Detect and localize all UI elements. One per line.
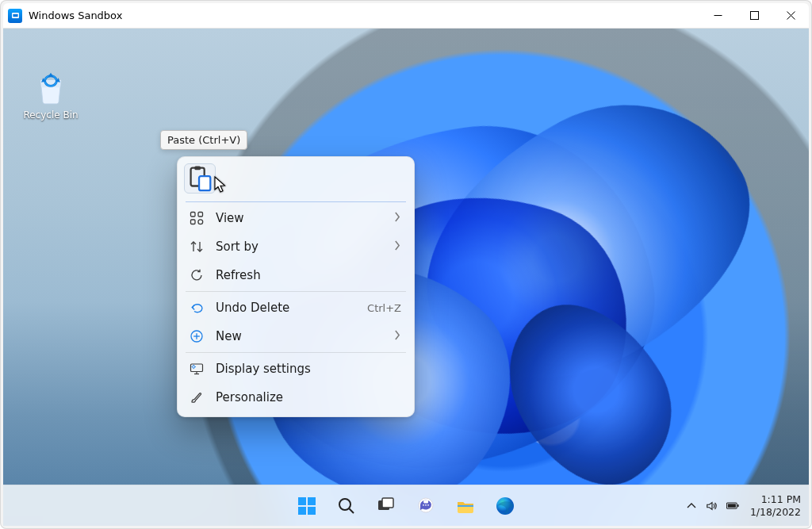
paste-button[interactable] <box>184 163 216 194</box>
mouse-cursor-icon <box>214 176 228 195</box>
chat-icon <box>416 496 436 516</box>
svg-rect-32 <box>298 507 306 515</box>
context-separator <box>186 201 406 202</box>
search-icon <box>336 496 357 516</box>
svg-line-35 <box>350 508 354 513</box>
monitor-gear-icon <box>189 361 205 377</box>
app-window: Windows Sandbox <box>0 0 812 529</box>
menu-personalize[interactable]: Personalize <box>182 383 409 412</box>
menu-sort-by-label: Sort by <box>216 240 382 254</box>
edge-icon <box>495 496 515 516</box>
clipboard-icon <box>185 163 215 194</box>
menu-display-settings[interactable]: Display settings <box>182 355 409 383</box>
menu-undo-delete-label: Undo Delete <box>216 301 356 315</box>
menu-undo-delete-shortcut: Ctrl+Z <box>367 302 401 314</box>
grid-icon <box>189 210 205 226</box>
edge-button[interactable] <box>488 489 522 523</box>
chevron-right-icon <box>393 211 401 225</box>
tray-icons[interactable] <box>685 500 739 512</box>
taskbar[interactable]: 1:11 PM 1/18/2022 <box>3 485 809 526</box>
search-button[interactable] <box>330 489 363 523</box>
svg-rect-39 <box>423 500 428 503</box>
paste-tooltip: Paste (Ctrl+V) <box>160 130 247 150</box>
svg-rect-43 <box>458 505 473 507</box>
recycle-bin-label: Recycle Bin <box>23 109 78 121</box>
svg-rect-11 <box>199 176 210 190</box>
undo-icon <box>189 300 205 316</box>
desktop[interactable]: Recycle Bin Paste (Ctrl+V) <box>3 29 809 526</box>
clock-time: 1:11 PM <box>750 493 801 506</box>
taskbar-center-icons <box>290 489 522 523</box>
svg-rect-46 <box>737 504 739 507</box>
windows-logo-icon <box>297 496 317 516</box>
system-tray: 1:11 PM 1/18/2022 <box>685 493 801 518</box>
chevron-right-icon <box>393 240 401 254</box>
svg-rect-33 <box>308 507 316 515</box>
svg-point-42 <box>427 504 429 505</box>
start-button[interactable] <box>290 489 324 523</box>
minimize-button[interactable] <box>699 3 736 28</box>
chevron-right-icon <box>393 329 401 343</box>
task-view-button[interactable] <box>370 489 403 523</box>
plus-circle-icon <box>189 328 205 344</box>
menu-new-label: New <box>216 329 382 343</box>
menu-view-label: View <box>216 211 382 225</box>
menu-new[interactable]: New <box>182 322 409 351</box>
taskbar-clock[interactable]: 1:11 PM 1/18/2022 <box>750 493 801 518</box>
svg-point-34 <box>339 499 350 510</box>
menu-display-settings-label: Display settings <box>216 362 401 376</box>
svg-rect-3 <box>750 12 758 20</box>
task-view-icon <box>376 496 396 516</box>
svg-rect-47 <box>728 504 736 507</box>
menu-view[interactable]: View <box>182 204 409 232</box>
recycle-bin-icon[interactable]: Recycle Bin <box>22 71 79 121</box>
close-button[interactable] <box>772 3 809 28</box>
tooltip-text: Paste (Ctrl+V) <box>167 134 240 146</box>
svg-rect-31 <box>308 497 316 505</box>
svg-rect-13 <box>198 213 203 217</box>
svg-point-15 <box>198 220 203 224</box>
sandbox-app-icon <box>8 9 22 23</box>
menu-undo-delete[interactable]: Undo Delete Ctrl+Z <box>182 293 409 322</box>
clock-date: 1/18/2022 <box>750 506 801 519</box>
svg-point-24 <box>193 366 195 368</box>
volume-icon[interactable] <box>706 500 718 512</box>
svg-rect-37 <box>382 498 393 508</box>
titlebar[interactable]: Windows Sandbox <box>3 3 809 29</box>
maximize-button[interactable] <box>736 3 772 28</box>
svg-rect-1 <box>13 14 17 17</box>
svg-marker-29 <box>215 177 225 192</box>
battery-icon[interactable] <box>726 500 739 512</box>
file-explorer-button[interactable] <box>449 489 482 523</box>
context-separator <box>186 291 406 292</box>
desktop-context-menu: View Sort by Refresh <box>177 156 415 417</box>
window-controls <box>699 3 809 28</box>
brush-icon <box>189 389 205 405</box>
svg-rect-12 <box>191 213 196 217</box>
refresh-icon <box>189 267 205 283</box>
svg-rect-30 <box>298 497 306 505</box>
svg-point-41 <box>425 504 427 505</box>
menu-refresh-label: Refresh <box>216 268 401 282</box>
sort-icon <box>189 239 205 255</box>
chevron-up-icon[interactable] <box>685 500 698 512</box>
svg-point-40 <box>423 504 424 505</box>
svg-rect-14 <box>191 220 196 224</box>
window-title: Windows Sandbox <box>29 10 122 21</box>
folder-icon <box>455 496 476 516</box>
menu-personalize-label: Personalize <box>216 390 401 404</box>
svg-rect-10 <box>194 166 201 170</box>
chat-button[interactable] <box>409 489 442 523</box>
menu-sort-by[interactable]: Sort by <box>182 232 409 261</box>
menu-refresh[interactable]: Refresh <box>182 261 409 289</box>
context-separator <box>186 352 406 353</box>
